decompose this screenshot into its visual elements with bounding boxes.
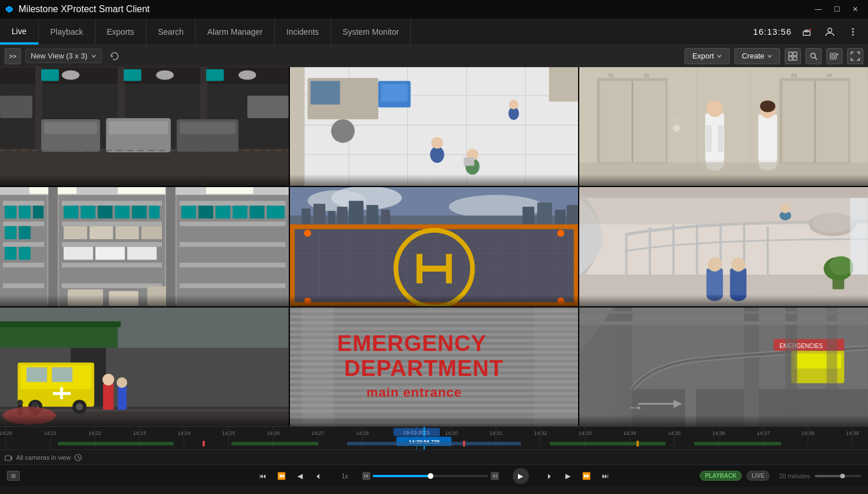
svg-rect-156 <box>313 204 325 225</box>
svg-rect-297 <box>786 308 797 426</box>
svg-rect-110 <box>19 226 31 239</box>
svg-text:01: 01 <box>609 73 615 78</box>
svg-rect-77 <box>782 81 815 162</box>
svg-rect-281 <box>301 308 334 426</box>
expand-panel-button[interactable]: >> <box>5 48 21 64</box>
tab-exports[interactable]: Exports <box>95 19 146 45</box>
svg-point-197 <box>304 230 311 237</box>
svg-point-36 <box>238 70 256 79</box>
search-camera-icon[interactable] <box>806 48 822 64</box>
svg-rect-109 <box>5 226 16 239</box>
playback-right: PLAYBACK LIVE 20 minutes <box>700 471 861 481</box>
scrubber-thumb[interactable] <box>428 473 433 479</box>
timeline-track[interactable]: 14:20 14:21 14:22 14:23 14:24 14:25 14:2… <box>0 427 868 449</box>
svg-rect-139 <box>198 206 213 218</box>
toolbar-actions: Export Create <box>685 48 863 64</box>
svg-point-225 <box>830 257 854 276</box>
step-back-button[interactable]: ◀ <box>293 469 307 483</box>
next-frame-button[interactable]: ▶ <box>561 469 575 483</box>
title-bar: Milestone XProtect Smart Client — ☐ ✕ <box>0 0 868 19</box>
scrubber-start-icon[interactable] <box>362 472 370 480</box>
scrubber-end-icon[interactable] <box>491 472 499 480</box>
tab-live[interactable]: Live <box>0 19 39 45</box>
svg-rect-118 <box>62 284 162 288</box>
svg-rect-141 <box>233 206 247 218</box>
fast-forward-button[interactable]: ⏩ <box>580 469 594 483</box>
camera-cell-helipad[interactable] <box>290 187 579 306</box>
refresh-button[interactable] <box>106 48 123 64</box>
svg-rect-86 <box>718 125 723 152</box>
skip-to-start-button[interactable]: ⏮ <box>256 469 270 483</box>
more-options-icon[interactable] <box>845 24 861 40</box>
playback-scrubber[interactable] <box>373 475 488 477</box>
svg-rect-246 <box>103 383 113 409</box>
playback-mode-badge[interactable]: PLAYBACK <box>700 471 742 481</box>
tab-playback[interactable]: Playback <box>39 19 95 45</box>
camera-cell-elevator[interactable]: 01 02 03 04 <box>579 67 868 186</box>
svg-line-360 <box>78 458 80 459</box>
tab-alarm-manager[interactable]: Alarm Manager <box>196 19 275 45</box>
tab-incidents[interactable]: Incidents <box>275 19 331 45</box>
svg-text:14:36: 14:36 <box>712 430 726 436</box>
close-button[interactable]: ✕ <box>847 3 863 15</box>
rewind-button[interactable]: ⏴ <box>311 469 325 483</box>
svg-rect-103 <box>3 242 44 247</box>
clock-display: 16:13:56 <box>753 27 792 36</box>
svg-text:14:20: 14:20 <box>0 430 12 436</box>
forward-button[interactable]: ⏵ <box>543 469 557 483</box>
svg-rect-106 <box>5 206 16 218</box>
svg-line-15 <box>815 57 817 60</box>
svg-rect-99 <box>206 188 253 194</box>
svg-rect-159 <box>348 201 363 225</box>
tab-search[interactable]: Search <box>146 19 196 45</box>
view-selector-dropdown[interactable]: New View (3 x 3) <box>25 49 102 63</box>
cam9-overlay <box>579 415 868 426</box>
svg-rect-38 <box>124 69 142 80</box>
titlebar-controls: — ☐ ✕ <box>810 3 863 15</box>
camera-cell-storage[interactable] <box>0 187 289 306</box>
scrubber-area <box>362 472 499 480</box>
create-button[interactable]: Create <box>734 48 780 64</box>
fullscreen-icon[interactable] <box>847 48 863 64</box>
skip-to-end-button[interactable]: ⏭ <box>598 469 612 483</box>
svg-point-58 <box>509 100 518 109</box>
svg-rect-61 <box>381 84 407 102</box>
svg-rect-164 <box>555 210 565 224</box>
svg-rect-131 <box>127 247 157 260</box>
svg-point-216 <box>812 213 853 233</box>
svg-text:●: ● <box>809 27 811 31</box>
maximize-button[interactable]: ☐ <box>829 3 845 15</box>
svg-rect-147 <box>48 187 57 306</box>
camera-cell-parking[interactable] <box>0 67 289 186</box>
navbar: Live Playback Exports Search Alarm Manag… <box>0 19 868 45</box>
camera-cell-underpass[interactable]: → EMERGENCIES <box>579 308 868 426</box>
camera-cell-emergency-dept[interactable]: EMERGENCY DEPARTMENT main entrance <box>290 308 579 426</box>
live-mode-badge[interactable]: LIVE <box>746 471 770 481</box>
camera-cell-medical-office[interactable] <box>290 67 579 186</box>
minimize-button[interactable]: — <box>810 3 826 15</box>
svg-rect-166 <box>290 225 579 306</box>
user-profile-icon[interactable] <box>822 24 838 40</box>
export-button[interactable]: Export <box>685 48 730 64</box>
svg-point-222 <box>731 258 745 272</box>
svg-rect-350 <box>347 442 521 445</box>
zoom-slider[interactable] <box>815 475 861 477</box>
svg-marker-9 <box>111 55 113 57</box>
svg-text:14:37: 14:37 <box>757 430 770 436</box>
svg-text:14:28: 14:28 <box>356 430 369 436</box>
svg-marker-362 <box>365 474 368 478</box>
notifications-icon[interactable]: ● <box>799 24 815 40</box>
add-camera-icon[interactable] <box>826 48 843 64</box>
camera-cell-corridor-ramp[interactable] <box>579 187 868 306</box>
timeline-area[interactable]: 14:20 14:21 14:22 14:23 14:24 14:25 14:2… <box>0 426 868 449</box>
camera-cell-ambulance-bay[interactable] <box>0 308 289 426</box>
svg-rect-298 <box>827 308 837 426</box>
prev-keyframe-button[interactable]: ⏪ <box>274 469 288 483</box>
chevron-down-icon <box>91 53 97 59</box>
svg-rect-88 <box>759 115 778 160</box>
layout-icon[interactable] <box>785 48 801 64</box>
tab-system-monitor[interactable]: System Monitor <box>331 19 411 45</box>
svg-rect-218 <box>707 269 723 295</box>
svg-rect-117 <box>62 263 162 268</box>
play-button[interactable]: ▶ <box>513 468 529 484</box>
